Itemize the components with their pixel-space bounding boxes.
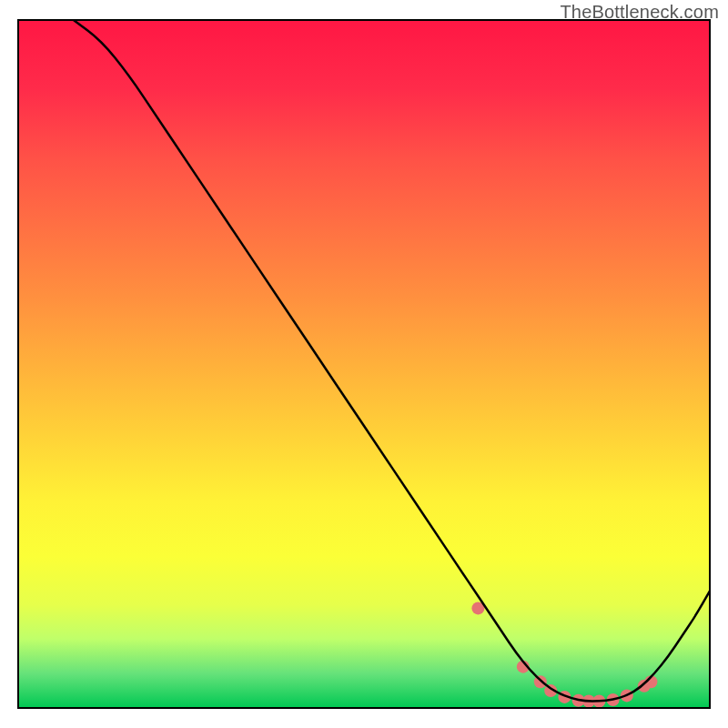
attribution-text: TheBottleneck.com (560, 2, 719, 23)
bottleneck-chart (0, 0, 728, 728)
gradient-background (18, 20, 710, 708)
chart-container: TheBottleneck.com (0, 0, 728, 728)
plot-area (18, 20, 710, 708)
